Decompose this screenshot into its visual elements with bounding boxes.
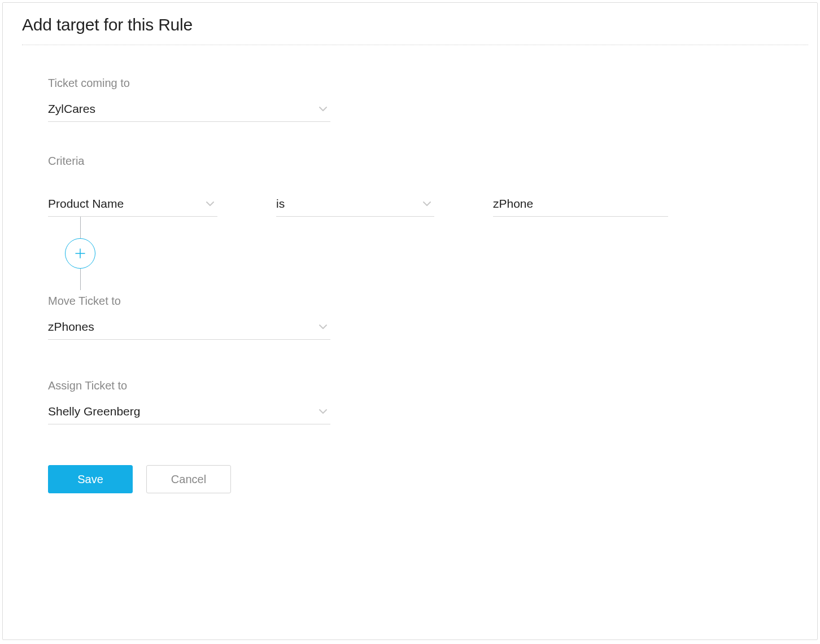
criteria-field-select[interactable]: Product Name — [48, 192, 217, 217]
chevron-down-icon — [319, 408, 327, 415]
move-ticket-value: zPhones — [48, 320, 94, 334]
ticket-coming-group: Ticket coming to ZylCares — [48, 77, 772, 122]
cancel-button[interactable]: Cancel — [146, 465, 231, 493]
criteria-value-input[interactable]: zPhone — [493, 192, 668, 217]
move-ticket-group: Move Ticket to zPhones — [48, 295, 772, 340]
chevron-down-icon — [319, 323, 327, 331]
criteria-label: Criteria — [48, 155, 772, 168]
panel-body: Ticket coming to ZylCares Criteria Produ… — [3, 45, 817, 516]
chevron-down-icon — [319, 105, 327, 113]
ticket-coming-select[interactable]: ZylCares — [48, 98, 330, 122]
criteria-field-value: Product Name — [48, 197, 124, 211]
ticket-coming-value: ZylCares — [48, 102, 95, 116]
criteria-value-text: zPhone — [493, 197, 533, 211]
rule-target-panel: Add target for this Rule Ticket coming t… — [2, 2, 818, 640]
add-criteria-button[interactable] — [65, 238, 95, 269]
criteria-group: Criteria Product Name is zPhone — [48, 155, 772, 290]
assign-ticket-select[interactable]: Shelly Greenberg — [48, 400, 330, 424]
ticket-coming-label: Ticket coming to — [48, 77, 772, 90]
chevron-down-icon — [423, 200, 431, 208]
move-ticket-select[interactable]: zPhones — [48, 316, 330, 340]
panel-header: Add target for this Rule — [3, 3, 817, 45]
assign-ticket-value: Shelly Greenberg — [48, 405, 140, 418]
assign-ticket-label: Assign Ticket to — [48, 379, 772, 392]
save-button[interactable]: Save — [48, 465, 133, 493]
page-title: Add target for this Rule — [22, 15, 798, 34]
add-criteria-path — [65, 217, 772, 290]
criteria-operator-value: is — [276, 197, 285, 211]
move-ticket-label: Move Ticket to — [48, 295, 772, 308]
chevron-down-icon — [206, 200, 214, 208]
assign-ticket-group: Assign Ticket to Shelly Greenberg — [48, 379, 772, 424]
criteria-operator-select[interactable]: is — [276, 192, 434, 217]
plus-icon — [73, 247, 87, 260]
form-actions: Save Cancel — [48, 465, 772, 493]
criteria-row: Product Name is zPhone — [48, 192, 772, 217]
